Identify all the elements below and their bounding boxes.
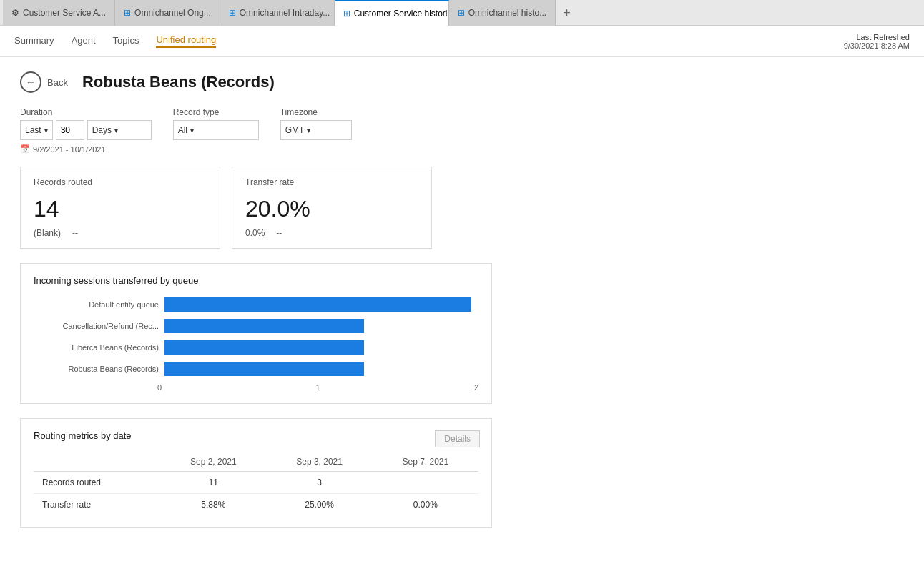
table-row: Transfer rate5.88%25.00%0.00% [34, 494, 478, 516]
chart-bar-row: Robusta Beans (Records) [41, 362, 471, 376]
details-button[interactable]: Details [435, 430, 480, 447]
chart-x-tick: 2 [474, 383, 478, 392]
tab-icon-4: ⊞ [343, 9, 350, 19]
timezone-filter-group: Timezone GMT ▾ [280, 107, 352, 140]
tab-omnichannel-intraday[interactable]: ⊞ Omnichannel Intraday... [220, 0, 335, 26]
records-routed-value: 14 [34, 196, 207, 222]
transfer-rate-card: Transfer rate 20.0% 0.0% -- [232, 167, 432, 249]
tab-icon-1: ⚙ [11, 8, 19, 18]
timezone-chevron: ▾ [307, 127, 310, 134]
chart-bar-label: Cancellation/Refund (Rec... [41, 322, 159, 330]
chart-bar-container [164, 297, 471, 312]
record-type-chevron: ▾ [190, 127, 194, 134]
chart-bar-container [164, 362, 471, 376]
table-cell-value: 5.88% [160, 494, 266, 516]
tab-omnichannel-histo[interactable]: ⊞ Omnichannel histo... [449, 0, 556, 26]
duration-number-input[interactable] [56, 120, 84, 140]
routing-table-title: Routing metrics by date [34, 430, 478, 441]
nav-agent[interactable]: Agent [72, 35, 96, 47]
tab-omnichannel-ong[interactable]: ⊞ Omnichannel Ong... [115, 0, 220, 26]
table-cell-value: 3 [266, 472, 372, 494]
timezone-label: Timezone [280, 107, 352, 117]
routing-table: Sep 2, 2021Sep 3, 2021Sep 7, 2021Records… [34, 452, 478, 515]
transfer-rate-sub: 0.0% -- [245, 228, 418, 238]
chart-bar-row: Cancellation/Refund (Rec... [41, 319, 471, 333]
back-button[interactable]: ← [20, 71, 41, 93]
new-tab-button[interactable]: + [556, 0, 578, 26]
duration-unit-select[interactable]: Days ▾ [87, 120, 152, 140]
tab-icon-2: ⊞ [124, 8, 131, 18]
tab-customer-service-a[interactable]: ⚙ Customer Service A... [3, 0, 115, 26]
chart-title: Incoming sessions transferred by queue [34, 275, 478, 286]
chart-bar-row: Default entity queue [41, 297, 471, 312]
back-label[interactable]: Back [47, 77, 68, 88]
calendar-icon: 📅 [20, 144, 30, 154]
chart-x-tick: 0 [157, 383, 162, 392]
main-content: ← Back Robusta Beans (Records) Duration … [0, 57, 924, 584]
table-header: Sep 2, 2021 [160, 452, 266, 472]
chart-bar-label: Default entity queue [41, 300, 159, 309]
kpi-row: Records routed 14 (Blank) -- Transfer ra… [20, 167, 904, 249]
duration-label: Duration [20, 107, 152, 117]
chart-bar-container [164, 340, 471, 355]
filters-row: Duration Last ▾ Days ▾ Record type All ▾ [20, 107, 904, 140]
duration-filter-group: Duration Last ▾ Days ▾ [20, 107, 152, 140]
table-cell-label: Records routed [34, 472, 160, 494]
duration-inputs: Last ▾ Days ▾ [20, 120, 152, 140]
records-routed-title: Records routed [34, 177, 207, 187]
timezone-select[interactable]: GMT ▾ [280, 120, 352, 140]
back-row: ← Back Robusta Beans (Records) [20, 71, 904, 93]
nav-unified-routing[interactable]: Unified routing [156, 34, 216, 48]
chart-area: Default entity queueCancellation/Refund … [34, 297, 478, 376]
transfer-rate-title: Transfer rate [245, 177, 418, 187]
chart-bar-label: Robusta Beans (Records) [41, 365, 159, 373]
chart-bar-label: Liberca Beans (Records) [41, 343, 159, 352]
chart-bar-row: Liberca Beans (Records) [41, 340, 471, 355]
chart-x-axis: 012 [157, 383, 478, 392]
table-header [34, 452, 160, 472]
duration-unit-value: Days [92, 125, 112, 135]
chart-bar-fill [164, 362, 364, 376]
tab-icon-3: ⊞ [229, 8, 236, 18]
table-cell-value [373, 472, 478, 494]
nav-bar: Summary Agent Topics Unified routing Las… [0, 26, 924, 57]
chart-bar-fill [164, 297, 471, 312]
tab-bar: ⚙ Customer Service A... ⊞ Omnichannel On… [0, 0, 924, 26]
tab-customer-service-historic[interactable]: ⊞ Customer Service historic... ✕ [335, 0, 449, 26]
duration-prefix-value: Last [25, 125, 41, 135]
duration-prefix-chevron: ▾ [44, 127, 48, 134]
chart-bar-fill [164, 319, 364, 333]
nav-summary[interactable]: Summary [14, 35, 54, 47]
table-cell-value: 25.00% [266, 494, 372, 516]
table-cell-value: 11 [160, 472, 266, 494]
last-refreshed-section: Last Refreshed 9/30/2021 8:28 AM [844, 33, 910, 50]
records-routed-sub-label1: (Blank) [34, 228, 61, 238]
records-routed-sub: (Blank) -- [34, 228, 207, 238]
transfer-rate-value: 20.0% [245, 196, 418, 222]
table-cell-value: 0.00% [373, 494, 478, 516]
transfer-rate-sub-label1: 0.0% [245, 228, 265, 238]
record-type-filter-group: Record type All ▾ [173, 107, 259, 140]
nav-topics[interactable]: Topics [113, 35, 139, 47]
records-routed-sub-value1: -- [72, 228, 78, 238]
table-header: Sep 7, 2021 [373, 452, 478, 472]
record-type-value: All [178, 125, 187, 135]
last-refreshed-value: 9/30/2021 8:28 AM [844, 41, 910, 50]
record-type-select[interactable]: All ▾ [173, 120, 259, 140]
table-row: Records routed113 [34, 472, 478, 494]
duration-unit-chevron: ▾ [114, 127, 118, 134]
duration-prefix-select[interactable]: Last ▾ [20, 120, 53, 140]
chart-bar-container [164, 319, 471, 333]
chart-bar-fill [164, 340, 364, 355]
records-routed-card: Records routed 14 (Blank) -- [20, 167, 220, 249]
page-title: Robusta Beans (Records) [82, 73, 275, 91]
timezone-value: GMT [285, 125, 305, 135]
record-type-label: Record type [173, 107, 259, 117]
chart-section: Incoming sessions transferred by queue D… [20, 263, 492, 404]
date-range: 📅 9/2/2021 - 10/1/2021 [20, 144, 904, 154]
nav-links: Summary Agent Topics Unified routing [14, 34, 216, 48]
table-cell-label: Transfer rate [34, 494, 160, 516]
transfer-rate-sub-value1: -- [276, 228, 282, 238]
tab-icon-5: ⊞ [458, 8, 465, 18]
last-refreshed-label: Last Refreshed [856, 33, 910, 41]
